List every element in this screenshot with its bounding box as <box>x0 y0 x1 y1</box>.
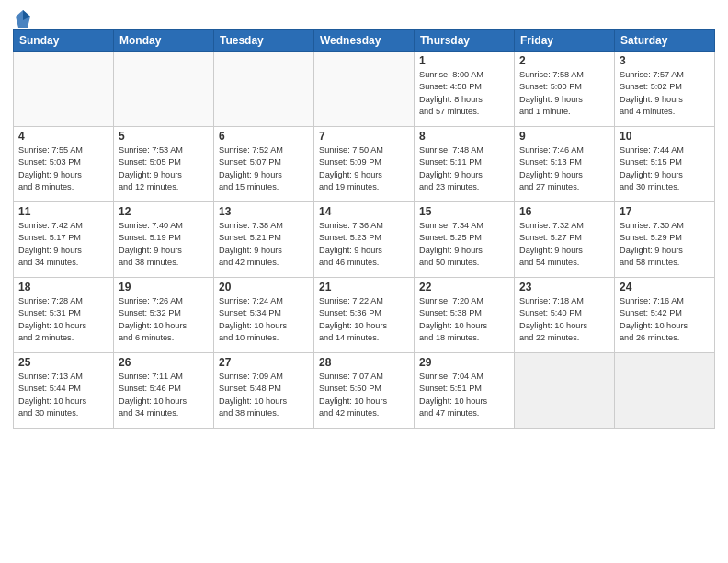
day-info: Sunrise: 7:52 AMSunset: 5:07 PMDaylight:… <box>219 144 309 193</box>
calendar-cell: 17Sunrise: 7:30 AMSunset: 5:29 PMDayligh… <box>615 202 715 278</box>
calendar-cell: 20Sunrise: 7:24 AMSunset: 5:34 PMDayligh… <box>214 278 314 353</box>
calendar-cell: 23Sunrise: 7:18 AMSunset: 5:40 PMDayligh… <box>515 278 615 353</box>
calendar-cell: 14Sunrise: 7:36 AMSunset: 5:23 PMDayligh… <box>314 202 415 278</box>
day-info: Sunrise: 7:04 AMSunset: 5:51 PMDaylight:… <box>419 371 509 419</box>
day-number: 7 <box>319 130 409 143</box>
calendar-header-row: SundayMondayTuesdayWednesdayThursdayFrid… <box>14 30 715 52</box>
day-number: 27 <box>219 356 309 369</box>
header <box>13 9 715 26</box>
day-info: Sunrise: 7:16 AMSunset: 5:42 PMDaylight:… <box>620 295 710 344</box>
day-number: 24 <box>620 281 710 293</box>
calendar-cell: 27Sunrise: 7:09 AMSunset: 5:48 PMDayligh… <box>214 353 314 429</box>
calendar-week-row: 25Sunrise: 7:13 AMSunset: 5:44 PMDayligh… <box>14 353 715 429</box>
calendar-cell: 18Sunrise: 7:28 AMSunset: 5:31 PMDayligh… <box>14 278 114 353</box>
day-number: 16 <box>519 205 609 218</box>
day-number: 2 <box>519 54 609 67</box>
calendar-cell: 10Sunrise: 7:44 AMSunset: 5:15 PMDayligh… <box>615 127 715 202</box>
day-info: Sunrise: 7:44 AMSunset: 5:15 PMDaylight:… <box>620 144 710 193</box>
day-number: 8 <box>419 130 509 143</box>
day-number: 9 <box>519 130 609 143</box>
calendar-week-row: 11Sunrise: 7:42 AMSunset: 5:17 PMDayligh… <box>14 202 715 278</box>
page-container: SundayMondayTuesdayWednesdayThursdayFrid… <box>0 0 728 436</box>
day-number: 20 <box>219 281 309 293</box>
calendar-cell: 6Sunrise: 7:52 AMSunset: 5:07 PMDaylight… <box>214 127 314 202</box>
calendar-cell: 29Sunrise: 7:04 AMSunset: 5:51 PMDayligh… <box>415 353 515 429</box>
day-info: Sunrise: 7:26 AMSunset: 5:32 PMDaylight:… <box>119 295 209 344</box>
day-info: Sunrise: 7:40 AMSunset: 5:19 PMDaylight:… <box>119 220 209 269</box>
day-number: 12 <box>119 205 209 218</box>
day-number: 4 <box>18 130 108 143</box>
day-number: 21 <box>319 281 409 293</box>
calendar-cell: 12Sunrise: 7:40 AMSunset: 5:19 PMDayligh… <box>114 202 214 278</box>
calendar-cell <box>615 353 715 429</box>
day-number: 1 <box>419 54 509 67</box>
calendar-cell: 3Sunrise: 7:57 AMSunset: 5:02 PMDaylight… <box>615 52 715 127</box>
calendar-cell: 24Sunrise: 7:16 AMSunset: 5:42 PMDayligh… <box>615 278 715 353</box>
calendar-cell <box>114 52 214 127</box>
day-number: 26 <box>119 356 209 369</box>
day-number: 15 <box>419 205 509 218</box>
day-number: 17 <box>620 205 710 218</box>
calendar-cell: 21Sunrise: 7:22 AMSunset: 5:36 PMDayligh… <box>314 278 415 353</box>
logo <box>13 9 31 26</box>
calendar-cell: 5Sunrise: 7:53 AMSunset: 5:05 PMDaylight… <box>114 127 214 202</box>
day-number: 23 <box>519 281 609 293</box>
calendar-cell: 25Sunrise: 7:13 AMSunset: 5:44 PMDayligh… <box>14 353 114 429</box>
day-info: Sunrise: 7:58 AMSunset: 5:00 PMDaylight:… <box>519 69 609 118</box>
calendar-cell <box>214 52 314 127</box>
calendar-cell: 4Sunrise: 7:55 AMSunset: 5:03 PMDaylight… <box>14 127 114 202</box>
day-info: Sunrise: 7:28 AMSunset: 5:31 PMDaylight:… <box>18 295 108 344</box>
day-info: Sunrise: 7:07 AMSunset: 5:50 PMDaylight:… <box>319 371 409 419</box>
calendar-cell <box>14 52 114 127</box>
col-header-friday: Friday <box>515 30 615 52</box>
col-header-saturday: Saturday <box>615 30 715 52</box>
day-info: Sunrise: 7:48 AMSunset: 5:11 PMDaylight:… <box>419 144 509 193</box>
calendar-cell: 26Sunrise: 7:11 AMSunset: 5:46 PMDayligh… <box>114 353 214 429</box>
calendar-cell: 22Sunrise: 7:20 AMSunset: 5:38 PMDayligh… <box>415 278 515 353</box>
day-info: Sunrise: 7:24 AMSunset: 5:34 PMDaylight:… <box>219 295 309 344</box>
day-info: Sunrise: 7:34 AMSunset: 5:25 PMDaylight:… <box>419 220 509 269</box>
calendar-cell: 28Sunrise: 7:07 AMSunset: 5:50 PMDayligh… <box>314 353 415 429</box>
day-number: 22 <box>419 281 509 293</box>
calendar-week-row: 1Sunrise: 8:00 AMSunset: 4:58 PMDaylight… <box>14 52 715 127</box>
day-number: 14 <box>319 205 409 218</box>
day-number: 10 <box>620 130 710 143</box>
calendar-table: SundayMondayTuesdayWednesdayThursdayFrid… <box>13 29 715 429</box>
calendar-cell: 13Sunrise: 7:38 AMSunset: 5:21 PMDayligh… <box>214 202 314 278</box>
calendar-cell: 8Sunrise: 7:48 AMSunset: 5:11 PMDaylight… <box>415 127 515 202</box>
day-info: Sunrise: 7:46 AMSunset: 5:13 PMDaylight:… <box>519 144 609 193</box>
day-info: Sunrise: 7:42 AMSunset: 5:17 PMDaylight:… <box>18 220 108 269</box>
day-number: 13 <box>219 205 309 218</box>
day-info: Sunrise: 7:57 AMSunset: 5:02 PMDaylight:… <box>620 69 710 118</box>
day-info: Sunrise: 7:36 AMSunset: 5:23 PMDaylight:… <box>319 220 409 269</box>
day-number: 25 <box>18 356 108 369</box>
day-info: Sunrise: 8:00 AMSunset: 4:58 PMDaylight:… <box>419 69 509 118</box>
col-header-sunday: Sunday <box>14 30 114 52</box>
day-info: Sunrise: 7:55 AMSunset: 5:03 PMDaylight:… <box>18 144 108 193</box>
calendar-cell: 2Sunrise: 7:58 AMSunset: 5:00 PMDaylight… <box>515 52 615 127</box>
day-info: Sunrise: 7:18 AMSunset: 5:40 PMDaylight:… <box>519 295 609 344</box>
day-number: 5 <box>119 130 209 143</box>
day-number: 3 <box>620 54 710 67</box>
day-info: Sunrise: 7:50 AMSunset: 5:09 PMDaylight:… <box>319 144 409 193</box>
day-number: 19 <box>119 281 209 293</box>
calendar-cell: 7Sunrise: 7:50 AMSunset: 5:09 PMDaylight… <box>314 127 415 202</box>
calendar-cell <box>314 52 415 127</box>
day-info: Sunrise: 7:38 AMSunset: 5:21 PMDaylight:… <box>219 220 309 269</box>
day-info: Sunrise: 7:09 AMSunset: 5:48 PMDaylight:… <box>219 371 309 419</box>
calendar-week-row: 18Sunrise: 7:28 AMSunset: 5:31 PMDayligh… <box>14 278 715 353</box>
col-header-tuesday: Tuesday <box>214 30 314 52</box>
day-number: 28 <box>319 356 409 369</box>
calendar-cell: 9Sunrise: 7:46 AMSunset: 5:13 PMDaylight… <box>515 127 615 202</box>
day-info: Sunrise: 7:20 AMSunset: 5:38 PMDaylight:… <box>419 295 509 344</box>
day-number: 6 <box>219 130 309 143</box>
calendar-cell: 19Sunrise: 7:26 AMSunset: 5:32 PMDayligh… <box>114 278 214 353</box>
calendar-cell: 15Sunrise: 7:34 AMSunset: 5:25 PMDayligh… <box>415 202 515 278</box>
calendar-cell: 11Sunrise: 7:42 AMSunset: 5:17 PMDayligh… <box>14 202 114 278</box>
day-number: 29 <box>419 356 509 369</box>
calendar-cell <box>515 353 615 429</box>
day-info: Sunrise: 7:53 AMSunset: 5:05 PMDaylight:… <box>119 144 209 193</box>
col-header-monday: Monday <box>114 30 214 52</box>
logo-icon <box>15 9 31 29</box>
day-number: 18 <box>18 281 108 293</box>
